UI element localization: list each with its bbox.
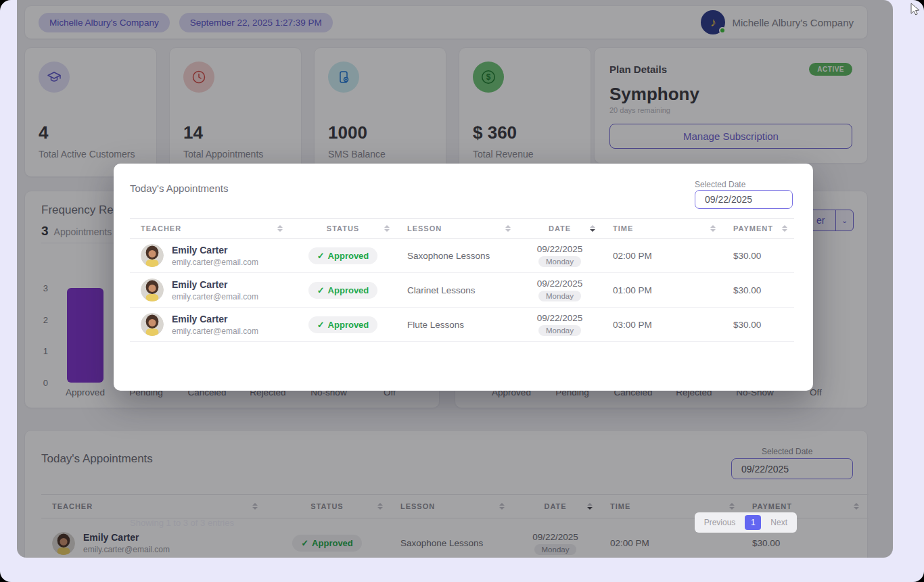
status-badge: ✓Approved <box>308 316 378 333</box>
table-header-row: TEACHER STATUS LESSON DATE TIME PAYMENT <box>130 218 794 239</box>
lesson-cell: Flute Lessons <box>396 320 464 330</box>
day-badge: Monday <box>538 325 581 336</box>
mouse-cursor-icon <box>909 3 923 16</box>
payment-cell: $30.00 <box>722 320 761 330</box>
day-badge: Monday <box>538 256 581 267</box>
entries-summary: Showing 1 to 3 of 3 entries <box>130 518 234 528</box>
selected-date-input[interactable] <box>695 190 793 209</box>
date-cell: 09/22/2025 <box>537 313 583 323</box>
teacher-email: emily.carter@email.com <box>172 326 258 336</box>
column-header-teacher[interactable]: TEACHER <box>130 219 290 238</box>
teacher-avatar <box>141 313 164 336</box>
table-row: Emily Carter emily.carter@email.com ✓App… <box>130 308 794 342</box>
pagination: Previous 1 Next <box>695 512 797 533</box>
payment-cell: $30.00 <box>722 285 761 295</box>
teacher-name: Emily Carter <box>172 314 258 324</box>
lesson-cell: Clarinet Lessons <box>396 285 476 295</box>
payment-cell: $30.00 <box>722 251 761 261</box>
app-window: Michelle Albury's Company September 22, … <box>0 0 924 582</box>
check-icon: ✓ <box>317 320 325 330</box>
date-cell: 09/22/2025 <box>537 244 583 254</box>
sort-icon <box>384 225 390 232</box>
sort-icon <box>590 225 595 232</box>
sort-icon <box>277 225 283 232</box>
teacher-name: Emily Carter <box>172 245 258 256</box>
teacher-avatar <box>141 244 164 267</box>
column-header-payment[interactable]: PAYMENT <box>722 219 794 238</box>
status-badge: ✓Approved <box>308 247 378 264</box>
sort-icon <box>710 225 716 232</box>
column-header-time[interactable]: TIME <box>602 219 722 238</box>
status-badge: ✓Approved <box>308 282 378 299</box>
teacher-name: Emily Carter <box>172 279 258 290</box>
lesson-cell: Saxophone Lessons <box>396 251 490 261</box>
next-page-button[interactable]: Next <box>764 515 794 530</box>
time-cell: 01:00 PM <box>602 285 652 295</box>
column-header-date[interactable]: DATE <box>517 219 602 238</box>
sort-icon <box>505 225 511 232</box>
column-header-status[interactable]: STATUS <box>290 219 396 238</box>
time-cell: 02:00 PM <box>602 251 652 261</box>
check-icon: ✓ <box>317 251 325 261</box>
teacher-avatar <box>141 278 164 301</box>
sort-icon <box>782 225 787 232</box>
table-row: Emily Carter emily.carter@email.com ✓App… <box>130 239 794 273</box>
table-row: Emily Carter emily.carter@email.com ✓App… <box>130 273 794 308</box>
teacher-email: emily.carter@email.com <box>172 258 258 267</box>
day-badge: Monday <box>538 291 581 301</box>
modal-title: Today's Appointments <box>130 183 228 194</box>
check-icon: ✓ <box>317 285 325 295</box>
time-cell: 03:00 PM <box>602 320 652 330</box>
teacher-email: emily.carter@email.com <box>172 292 258 301</box>
column-header-lesson[interactable]: LESSON <box>396 219 517 238</box>
date-cell: 09/22/2025 <box>537 278 583 289</box>
selected-date-label: Selected Date <box>695 180 745 189</box>
todays-appointments-modal: Today's Appointments Selected Date TEACH… <box>114 164 813 391</box>
previous-page-button[interactable]: Previous <box>697 515 743 530</box>
page-1-button[interactable]: 1 <box>745 515 761 530</box>
